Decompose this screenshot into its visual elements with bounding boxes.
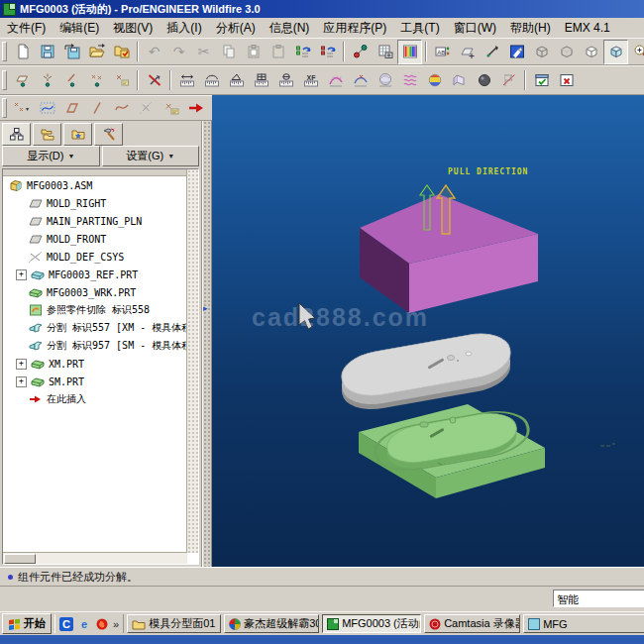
flag-analysis-button[interactable] xyxy=(496,68,521,93)
csys-create-button[interactable] xyxy=(134,96,159,121)
repaint-button[interactable] xyxy=(504,40,529,64)
tree-item-csys[interactable]: MOLD_DEF_CSYS xyxy=(3,248,198,266)
measure-diameter-button[interactable] xyxy=(273,68,298,93)
flashget-icon[interactable] xyxy=(95,617,109,631)
expand-toggle[interactable]: + xyxy=(16,359,27,370)
new-button[interactable] xyxy=(10,40,35,64)
open-verify-button[interactable] xyxy=(109,40,134,64)
insert-here-button[interactable] xyxy=(183,96,208,121)
open-button[interactable] xyxy=(84,40,109,64)
selection-filter-combo[interactable]: 智能 xyxy=(553,590,644,607)
menu-edit[interactable]: 编辑(E) xyxy=(53,18,106,39)
confirm-window-button[interactable] xyxy=(529,68,554,93)
task-button-player[interactable]: 豪杰超级解霸3000 xyxy=(224,614,319,633)
tree-item-datum-plane[interactable]: MOLD_FRONT xyxy=(3,230,198,248)
menu-file[interactable]: 文件(F) xyxy=(0,18,53,39)
dihedral-analysis-button[interactable] xyxy=(348,68,373,93)
curvature-analysis-button[interactable] xyxy=(323,68,348,93)
tab-model-tree[interactable] xyxy=(2,123,31,146)
menu-applications[interactable]: 应用程序(P) xyxy=(316,18,393,39)
undo-button[interactable]: ↶ xyxy=(142,40,166,64)
scrollbar-thumb[interactable] xyxy=(4,554,36,564)
measure-distance-button[interactable] xyxy=(174,68,199,93)
tab-favorites[interactable] xyxy=(63,123,92,146)
spline-create-button[interactable] xyxy=(35,96,59,121)
graphics-viewport[interactable]: PULL DIRECTION cad2888.com xyxy=(212,95,644,567)
reflection-analysis-button[interactable] xyxy=(422,68,447,93)
measure-transform-button[interactable]: XF xyxy=(298,68,323,93)
axis-display-toggle[interactable] xyxy=(35,68,59,93)
regenerate-button[interactable] xyxy=(290,40,315,64)
measure-angle-button[interactable] xyxy=(224,68,249,93)
task-button-mfg[interactable]: MFG xyxy=(523,614,644,633)
tree-vertical-scrollbar[interactable] xyxy=(186,169,198,553)
wireframe-button[interactable] xyxy=(529,40,554,64)
menu-emx[interactable]: EMX 4.1 xyxy=(558,19,617,37)
tree-item-split-xm[interactable]: 分割 标识557 [XM - 模具体积块] xyxy=(3,319,198,337)
tree-item-assembly[interactable]: MFG0003.ASM xyxy=(3,176,198,194)
tree-item-xm-part[interactable]: + XM.PRT xyxy=(3,355,198,373)
menu-help[interactable]: 帮助(H) xyxy=(503,18,558,39)
plane-display-toggle[interactable] xyxy=(10,68,35,93)
annotation-button[interactable]: AB xyxy=(430,40,455,64)
close-window-button[interactable] xyxy=(554,68,579,93)
hidden-line-button[interactable] xyxy=(554,40,579,64)
coord-offset-button[interactable] xyxy=(159,96,183,121)
datum-point-tool-button[interactable] xyxy=(348,40,373,64)
tree-item-sm-part[interactable]: + SM.PRT xyxy=(3,373,198,390)
line-display-toggle[interactable] xyxy=(59,68,84,93)
tab-connections[interactable] xyxy=(94,123,123,146)
settings-dropdown-button[interactable]: 设置(G)▼ xyxy=(102,146,200,166)
regenerate-manager-button[interactable] xyxy=(315,40,340,64)
spin-center-toggle[interactable] xyxy=(142,68,166,93)
tree-item-split-sm[interactable]: 分割 标识957 [SM - 模具体积块] xyxy=(3,337,198,355)
cut-button[interactable]: ✂ xyxy=(191,40,216,64)
measure-area-button[interactable] xyxy=(249,68,273,93)
tree-item-datum-plane[interactable]: MOLD_RIGHT xyxy=(3,194,198,212)
tree-item-work-part[interactable]: MFG0003_WRK.PRT xyxy=(3,283,198,301)
thickness-analysis-button[interactable] xyxy=(472,68,496,93)
menu-info[interactable]: 信息(N) xyxy=(263,18,317,39)
shaded-button[interactable] xyxy=(603,40,628,64)
tab-folder-browser[interactable] xyxy=(33,123,61,146)
task-button-proe[interactable]: MFG0003 (活动的)... xyxy=(322,614,421,633)
expand-toggle[interactable]: + xyxy=(16,269,27,280)
plane-create-button[interactable] xyxy=(59,96,84,121)
no-hidden-button[interactable] xyxy=(579,40,603,64)
expand-toggle[interactable]: + xyxy=(16,376,27,387)
csys-display-toggle[interactable] xyxy=(109,68,134,93)
task-button-folder[interactable]: 模具分型面01 xyxy=(127,614,221,633)
copy-button[interactable] xyxy=(216,40,241,64)
appearance-button[interactable] xyxy=(397,40,422,64)
menu-insert[interactable]: 插入(I) xyxy=(160,18,208,39)
sash-collapse-icon[interactable]: ▸ xyxy=(203,303,208,313)
menu-view[interactable]: 视图(V) xyxy=(106,18,160,39)
offset-analysis-button[interactable] xyxy=(397,68,422,93)
model-table-button[interactable] xyxy=(373,40,397,64)
redo-button[interactable]: ↷ xyxy=(166,40,191,64)
shadow-analysis-button[interactable] xyxy=(373,68,397,93)
toolbar-grip[interactable] xyxy=(2,70,7,90)
point-create-button[interactable]: ▾ xyxy=(10,96,35,121)
task-button-camtasia[interactable]: Camtasia 录像器 ... xyxy=(424,614,520,633)
paste-button[interactable] xyxy=(241,40,266,64)
tree-item-insert-here[interactable]: 在此插入 xyxy=(3,390,198,408)
save-button[interactable] xyxy=(35,40,59,64)
internet-explorer-icon[interactable]: e xyxy=(77,617,91,631)
core-insert[interactable] xyxy=(338,328,513,414)
save-copy-button[interactable] xyxy=(59,40,84,64)
toolbar-grip[interactable] xyxy=(2,98,7,118)
tree-horizontal-scrollbar[interactable] xyxy=(3,552,187,564)
zoom-in-button[interactable] xyxy=(628,40,644,64)
draft-analysis-button[interactable] xyxy=(447,68,472,93)
line-create-button[interactable] xyxy=(84,96,109,121)
curve-create-button[interactable] xyxy=(109,96,134,121)
datum-axis-tool-button[interactable] xyxy=(480,40,504,64)
menu-tools[interactable]: 工具(T) xyxy=(393,18,446,39)
quick-launch-c-icon[interactable]: C xyxy=(59,617,73,631)
tree-item-ref-part[interactable]: + MFG0003_REF.PRT xyxy=(3,266,198,283)
show-dropdown-button[interactable]: 显示(D)▼ xyxy=(2,146,100,166)
datum-plane-tool-button[interactable] xyxy=(455,40,480,64)
measure-length-button[interactable] xyxy=(199,68,224,93)
tree-item-refpart-cutout[interactable]: 参照零件切除 标识558 xyxy=(3,301,198,319)
